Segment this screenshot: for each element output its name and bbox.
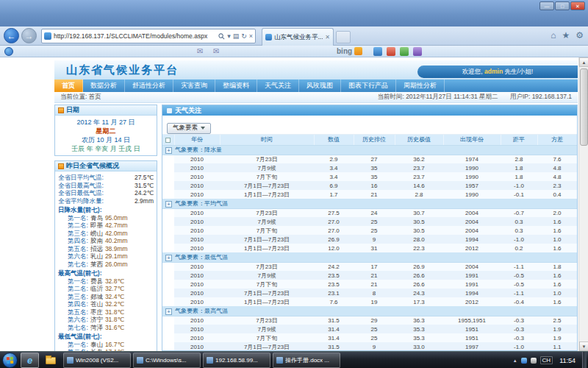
table-cell: 1.9: [537, 333, 577, 342]
scroll-down-arrow[interactable]: ▼: [579, 342, 588, 351]
taskbar-button-0[interactable]: Win2008 (VS2...: [63, 353, 131, 368]
column-header: 年份: [174, 135, 220, 145]
back-button[interactable]: ←: [4, 28, 19, 43]
stop-icon[interactable]: ×: [249, 32, 253, 40]
toolbar-app-icon-1[interactable]: [373, 47, 382, 56]
expand-icon[interactable]: +: [165, 201, 172, 208]
taskbar-explorer-icon[interactable]: [41, 353, 60, 368]
nav-item-5[interactable]: 天气关注: [257, 79, 299, 92]
table-cell: 1974: [443, 155, 501, 163]
url-text[interactable]: http://192.168.137.1/SLCCLIMATE/modules/…: [54, 32, 216, 40]
lunar-date-line: 农历 10 月 14 日: [57, 135, 155, 144]
table-cell: 26.6: [395, 271, 443, 280]
expand-icon[interactable]: +: [165, 255, 172, 261]
screen: — □ ✕ ← → http://192.168.137.1/SLCCLIMAT…: [0, 0, 588, 368]
favorites-star-icon[interactable]: ★: [562, 30, 570, 40]
nav-item-2[interactable]: 舒适性分析: [125, 79, 173, 92]
table-cell: 2010: [174, 181, 220, 190]
select-all-checkbox[interactable]: [165, 138, 171, 143]
table-row[interactable]: 20107月23日24.21726.92004-1.11.8: [162, 262, 577, 271]
user-ip-text: 用户IP: 192.168.137.1: [510, 93, 572, 100]
toolbar-app-icon-2[interactable]: [387, 47, 395, 56]
taskbar-button-3[interactable]: 操作手册.docx ...: [273, 353, 340, 368]
window-minimize-button[interactable]: —: [539, 1, 554, 10]
table-cell: -1.0: [501, 235, 537, 244]
table-row[interactable]: 20107月下旬31.42535.31951-0.31.9: [162, 333, 577, 342]
table-cell: 2.9: [314, 155, 354, 163]
element-filter-button[interactable]: 气象要素: [167, 123, 211, 134]
taskbar-ie-icon[interactable]: e: [21, 353, 39, 368]
table-row[interactable]: 20107月1日—7月23日6.91614.61957-1.02.3: [162, 181, 577, 190]
address-bar[interactable]: http://192.168.137.1/SLCCLIMATE/modules/…: [41, 29, 256, 43]
mail-icon-2[interactable]: ✉: [213, 47, 219, 56]
table-row[interactable]: 20107月下旬23.52126.61991-0.51.6: [162, 280, 577, 289]
window-close-button[interactable]: ✕: [570, 1, 585, 10]
tray-expand-icon[interactable]: ▲: [513, 358, 517, 363]
table-row[interactable]: 20107月23日31.52936.31955,1951-0.32.5: [162, 316, 577, 325]
home-icon[interactable]: ⌂: [551, 30, 556, 40]
nav-item-0[interactable]: 首页: [54, 79, 83, 92]
table-row[interactable]: 20107月23日2.92736.219742.87.6: [162, 155, 577, 163]
table-row[interactable]: 20101月1日—7月23日7.61917.32012-0.41.6: [162, 297, 577, 306]
table-row[interactable]: 20101月1日—7月23日12.03122.320120.21.6: [162, 244, 577, 252]
tools-gear-icon[interactable]: ⚙: [576, 30, 584, 40]
mail-icon[interactable]: ✉: [197, 47, 203, 56]
section-row-0[interactable]: +气象要素：降水量: [162, 145, 577, 155]
section-row-1[interactable]: +气象要素：平均气温: [162, 199, 577, 208]
table-row[interactable]: 20107月9候27.02530.520040.31.6: [162, 217, 577, 226]
new-tab-button[interactable]: [336, 31, 351, 43]
expand-icon[interactable]: +: [165, 308, 172, 315]
column-header: 方差: [537, 135, 577, 145]
table-row[interactable]: 20107月1日—7月23日26.9928.01994-1.01.0: [162, 235, 577, 244]
breadcrumb: 当前位置: 首页 当前时间: 2012年11月27日 11:14:31 星期二 …: [54, 92, 578, 103]
tab-close-icon[interactable]: ✕: [325, 34, 330, 40]
task-window-icon: [67, 357, 74, 364]
vertical-scrollbar[interactable]: ▲ ▼: [578, 57, 588, 351]
table-row[interactable]: 20107月9候3.43523.719901.84.8: [162, 163, 577, 172]
climate-rank-row: 第七名:莱西26.0mm: [58, 261, 154, 269]
volume-icon[interactable]: [531, 358, 537, 364]
taskbar-clock[interactable]: 11:54: [556, 357, 578, 364]
toolbar-app-icon-4[interactable]: [413, 47, 422, 56]
nav-item-7[interactable]: 图表下行产品: [341, 79, 396, 92]
nav-item-1[interactable]: 数据分析: [83, 79, 125, 92]
table-row[interactable]: 20107月23日27.52430.72004-0.72.0: [162, 208, 577, 217]
window-maximize-button[interactable]: □: [555, 1, 570, 10]
nav-item-8[interactable]: 周期性分析: [396, 79, 445, 92]
nav-item-4[interactable]: 整编资料: [215, 79, 257, 92]
network-icon[interactable]: [521, 358, 527, 364]
compatibility-icon[interactable]: ▤: [233, 32, 240, 40]
start-button[interactable]: [2, 353, 18, 368]
panel-header-icon: [167, 108, 172, 113]
scroll-up-arrow[interactable]: ▲: [579, 57, 588, 67]
section-row-3[interactable]: +气象要素：最高气温: [162, 306, 577, 316]
bing-toolbar[interactable]: bing: [337, 47, 362, 55]
table-row[interactable]: 20107月1日—7月23日23.1824.31994-1.11.0: [162, 289, 577, 297]
toolbar-app-icon-3[interactable]: [400, 47, 409, 56]
table-row[interactable]: 20107月1日—7月23日31.5933.01997-1.01.1: [162, 342, 577, 351]
nav-item-3[interactable]: 灾害查询: [173, 79, 215, 92]
search-dropdown-icon[interactable]: ▾: [227, 32, 231, 40]
forward-button[interactable]: →: [21, 28, 37, 43]
table-row[interactable]: 20107月下旬27.02530.520040.31.6: [162, 226, 577, 235]
table-cell: 4.8: [537, 163, 577, 172]
taskbar-button-2[interactable]: 192.168.58.99...: [203, 353, 270, 368]
section-row-2[interactable]: +气象要素：最低气温: [162, 252, 577, 262]
climate-panel: 昨日全省气候概况 全省日平均气温:27.5℃全省日最高气温:31.5℃全省日最低…: [54, 160, 157, 351]
browser-tab[interactable]: 山东气候业务平... ✕: [262, 28, 334, 46]
table-row[interactable]: 20107月9候23.52126.61991-0.51.6: [162, 271, 577, 280]
show-desktop-button[interactable]: [582, 352, 587, 368]
scrollbar-thumb[interactable]: [580, 68, 588, 146]
site-button-icon[interactable]: [4, 47, 13, 56]
climate-rank-row: 第一名:青岛95.0mm: [58, 214, 154, 222]
expand-icon[interactable]: +: [165, 147, 172, 154]
search-icon[interactable]: [218, 33, 225, 40]
refresh-icon[interactable]: ↻: [241, 32, 247, 40]
table-row[interactable]: 20107月9候31.42535.31951-0.31.9: [162, 325, 577, 333]
table-row[interactable]: 20101月1日—7月23日1.7212.81990-0.10.4: [162, 190, 577, 199]
table-row[interactable]: 20107月下旬3.43523.719901.84.8: [162, 172, 577, 181]
nav-item-6[interactable]: 风玫瑰图: [299, 79, 341, 92]
taskbar-button-1[interactable]: C:\Windows\s...: [133, 353, 201, 368]
page-header-band: 山东省气候业务平台 欢迎您, admin 先生/小姐!: [54, 60, 578, 79]
language-indicator[interactable]: CH: [540, 356, 553, 364]
